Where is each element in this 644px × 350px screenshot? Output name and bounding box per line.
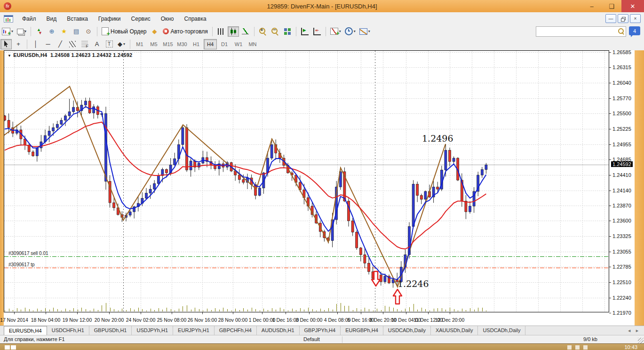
menu-графики[interactable]: Графики — [93, 14, 126, 24]
fibonacci-tool-button[interactable] — [79, 39, 90, 49]
navigator-button[interactable]: ⊕ — [46, 26, 57, 37]
timeframe-w1[interactable]: W1 — [232, 39, 245, 49]
vline-tool-button[interactable]: │ — [30, 39, 41, 49]
collapse-triangle-icon[interactable]: ▼ — [8, 54, 11, 58]
cursor-tool-button[interactable] — [0, 39, 12, 49]
mdi-left-border — [0, 50, 4, 326]
resize-grip[interactable] — [638, 338, 644, 343]
timeframe-d1[interactable]: D1 — [218, 39, 231, 49]
alerts-button[interactable]: ◆ — [149, 26, 160, 37]
candle-chart-button[interactable] — [228, 26, 239, 37]
taskbar-clock[interactable]: 10:43 — [624, 344, 637, 350]
chart-tab-usdcadh-daily[interactable]: USDCADh,Daily — [478, 326, 525, 335]
mdi-right-border — [635, 50, 644, 326]
timeframe-m15[interactable]: M15 — [161, 39, 175, 49]
crosshair-tool-button[interactable]: + — [13, 39, 24, 49]
title-bar[interactable]: fx 129859: DivenFX-Main - [EURUSDh,H4] –… — [0, 0, 644, 12]
chevron-down-icon: ▾ — [368, 29, 370, 33]
text-tool-button[interactable]: A — [91, 39, 103, 49]
candle-chart-icon — [230, 28, 237, 35]
menu-справка[interactable]: Справка — [179, 14, 212, 24]
chart-tab-usdcadh-daily[interactable]: USDCADh,Daily — [383, 326, 431, 335]
menu-вид[interactable]: Вид — [41, 14, 62, 24]
price-tick-label: 1.21970 — [612, 310, 631, 316]
profiles-button[interactable]: ▾ — [16, 26, 28, 37]
timeframe-mn[interactable]: MN — [246, 39, 259, 49]
tile-windows-button[interactable] — [282, 26, 293, 37]
auto-scroll-button[interactable] — [299, 26, 310, 37]
chart-canvas[interactable] — [4, 50, 609, 312]
menu-окно[interactable]: Окно — [156, 14, 179, 24]
zoom-in-button[interactable] — [257, 26, 269, 37]
timeframe-h1[interactable]: H1 — [190, 39, 203, 49]
price-tick-label: 1.24140 — [612, 188, 631, 193]
chart-plot-area[interactable]: ▼EURUSDh,H4 1.24508 1.24623 1.24432 1.24… — [4, 50, 609, 312]
new-chart-button[interactable]: ▾ — [0, 26, 15, 37]
menu-файл[interactable]: Файл — [17, 14, 41, 24]
mdi-restore-button[interactable] — [618, 14, 628, 23]
tab-scroll-right-icon[interactable]: ► — [635, 328, 639, 333]
line-chart-button[interactable] — [240, 26, 251, 37]
timeframe-m5[interactable]: M5 — [147, 39, 160, 49]
minimize-button[interactable]: – — [582, 0, 602, 12]
price-tick-label: 1.23055 — [612, 249, 631, 255]
current-price-tag: 1.24592 — [611, 161, 633, 167]
price-tick-mark — [609, 313, 611, 313]
autotrade-button[interactable]: Авто-торговля — [161, 26, 209, 37]
tab-scroll-arrows[interactable]: ◄► — [627, 326, 639, 335]
chart-tab-gbpchfh-h4[interactable]: GBPCHFh,H4 — [215, 326, 257, 335]
maximize-button[interactable]: ❑ — [602, 0, 621, 12]
notifications-badge[interactable]: 4 — [629, 26, 640, 35]
chart-window-icon[interactable] — [4, 15, 13, 23]
chart-shift-button[interactable] — [311, 26, 323, 37]
favorites-button[interactable]: ★ — [58, 26, 70, 37]
start-button[interactable] — [5, 345, 17, 350]
label-tool-button[interactable]: T — [103, 39, 115, 49]
tab-scroll-left-icon[interactable]: ◄ — [627, 328, 631, 333]
chart-tab-usdchfh-h1[interactable]: USDCHFh,H1 — [47, 326, 89, 335]
menu-вставка[interactable]: Вставка — [62, 14, 93, 24]
close-button[interactable]: ✕ — [621, 0, 644, 12]
arrows-tool-button[interactable]: ◆▾ — [116, 39, 127, 49]
timeframe-m30[interactable]: M30 — [175, 39, 189, 49]
hline-tool-button[interactable]: ─ — [42, 39, 54, 49]
search-icon[interactable] — [618, 28, 624, 34]
indicators-button[interactable]: ▾ — [329, 26, 342, 37]
search-input[interactable] — [537, 27, 617, 36]
price-axis[interactable]: 1.265851.263151.260401.257701.255001.252… — [609, 50, 635, 326]
menu-сервис[interactable]: Сервис — [126, 14, 156, 24]
periods-button[interactable]: ▾ — [343, 26, 357, 37]
mdi-minimize-button[interactable]: — — [605, 14, 616, 23]
channel-tool-button[interactable] — [67, 39, 78, 49]
strategy-tester-button[interactable]: ⊙ — [83, 26, 94, 37]
toolbar-separator — [212, 27, 213, 36]
system-tray[interactable] — [567, 345, 588, 350]
templates-button[interactable]: ▾ — [358, 26, 372, 37]
timeframe-h4[interactable]: H4 — [204, 39, 217, 49]
time-tick-mark — [202, 312, 203, 314]
chart-tab-gbpusdh-h1[interactable]: GBPUSDh,H1 — [89, 326, 132, 335]
status-profile[interactable]: Default — [303, 336, 320, 342]
down-arrow-icon[interactable] — [371, 270, 381, 289]
chart-tab-xauusdh-daily[interactable]: XAUUSDh,Daily — [431, 326, 478, 335]
bar-chart-button[interactable] — [215, 26, 227, 37]
chart-tab-gbpjpyh-h4[interactable]: GBPJPYh,H4 — [300, 326, 341, 335]
chart-tab-eurusdh-h4[interactable]: EURUSDh,H4 — [4, 326, 47, 335]
chart-tab-eurgbph-h4[interactable]: EURGBPh,H4 — [341, 326, 383, 335]
chart-tab-audusdh-h1[interactable]: AUDUSDh,H1 — [257, 326, 300, 335]
time-tick-mark — [233, 312, 233, 314]
zoom-out-button[interactable] — [270, 26, 281, 37]
chart-tab-usdjpyh-h1[interactable]: USDJPYh,H1 — [132, 326, 173, 335]
time-tick-label: 12 Dec 20:00 — [435, 317, 464, 323]
market-watch-button[interactable] — [34, 26, 45, 37]
up-arrow-icon[interactable] — [392, 288, 403, 307]
new-order-button[interactable]: Новый Ордер — [100, 26, 148, 37]
mdi-close-button[interactable]: × — [630, 14, 641, 23]
chevron-down-icon: ▾ — [354, 29, 356, 33]
trendline-tool-button[interactable]: ╱ — [55, 39, 66, 49]
chart-tab-eurjpyh-h1[interactable]: EURJPYh,H1 — [173, 326, 215, 335]
terminal-button[interactable]: ▤ — [71, 26, 82, 37]
timeframe-m1[interactable]: M1 — [133, 39, 146, 49]
time-axis[interactable]: 17 Nov 201418 Nov 04:0019 Nov 12:0020 No… — [4, 312, 609, 326]
search-box[interactable] — [536, 26, 626, 37]
